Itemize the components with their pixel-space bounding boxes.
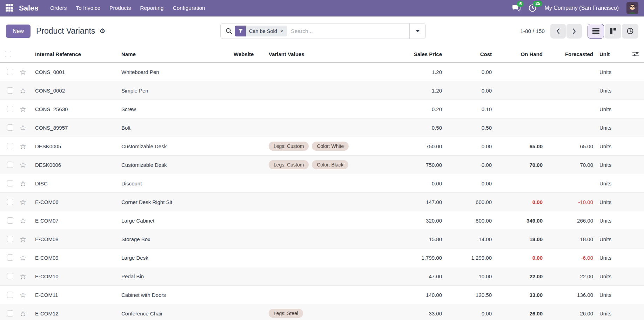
unit-cell: Units [595,69,628,75]
search-dropdown-toggle[interactable] [409,23,425,39]
table-row[interactable]: ☆ DESK0006 Customizable Desk Legs: Custo… [0,156,644,174]
messages-icon[interactable]: 6 [512,4,521,12]
table-row[interactable]: ☆ CONS_25630 Screw 0.20 0.10 Units [0,100,644,118]
app-name[interactable]: Sales [19,4,39,12]
sales-price-cell: 33.00 [402,311,444,316]
favorite-star-icon[interactable]: ☆ [20,273,26,280]
menu-reporting[interactable]: Reporting [135,5,168,11]
column-header-sales-price[interactable]: Sales Price [402,51,444,57]
unit-cell: Units [595,236,628,242]
menu-orders[interactable]: Orders [46,5,71,11]
table-row[interactable]: ☆ E-COM07 Large Cabinet 320.00 800.00 34… [0,211,644,230]
favorite-star-icon[interactable]: ☆ [20,236,26,243]
row-checkbox[interactable] [7,87,13,94]
row-checkbox[interactable] [7,180,13,186]
table-row[interactable]: ☆ E-COM12 Conference Chair Legs: Steel 3… [0,304,644,320]
menu-to-invoice[interactable]: To Invoice [71,5,105,11]
filter-remove-icon[interactable]: × [280,28,287,34]
column-header-website[interactable]: Website [229,51,264,57]
search-input[interactable] [287,28,409,34]
column-header-on-hand[interactable]: On Hand [494,51,545,57]
column-header-cost[interactable]: Cost [444,51,494,57]
table-row[interactable]: ☆ E-COM09 Large Desk 1,799.00 1,299.00 0… [0,248,644,267]
table-row[interactable]: ☆ E-COM08 Storage Box 15.80 14.00 18.00 … [0,230,644,248]
table-row[interactable]: ☆ DISC Discount 0.00 0.00 Units [0,174,644,193]
row-checkbox[interactable] [7,292,13,298]
user-avatar[interactable] [626,2,638,14]
table-row[interactable]: ☆ CONS_0001 Whiteboard Pen 1.20 0.00 Uni… [0,63,644,81]
column-header-unit[interactable]: Unit [595,51,628,57]
forecasted-cell: -10.00 [545,199,595,205]
menu-configuration[interactable]: Configuration [168,5,209,11]
cost-cell: 120.50 [444,292,494,298]
select-all-checkbox[interactable] [5,51,11,57]
list-view-button[interactable] [588,24,604,39]
variant-tag: Color: Black [312,160,348,169]
row-checkbox[interactable] [7,124,13,131]
table-row[interactable]: ☆ CONS_0002 Simple Pen 1.20 0.00 Units [0,81,644,100]
row-checkbox[interactable] [7,106,13,112]
row-checkbox[interactable] [7,199,13,205]
messages-badge: 6 [517,1,524,7]
column-header-internal-reference[interactable]: Internal Reference [31,51,117,57]
on-hand-cell: 22.00 [494,273,545,279]
favorite-star-icon[interactable]: ☆ [20,217,26,224]
new-button[interactable]: New [6,25,31,38]
activities-icon[interactable]: 25 [528,4,537,12]
sales-price-cell: 320.00 [402,218,444,224]
internal-reference-cell: CONS_0001 [31,69,117,75]
activity-view-button[interactable] [622,24,638,39]
row-checkbox[interactable] [7,162,13,168]
company-switcher[interactable]: My Company (San Francisco) [544,5,619,11]
pager-value[interactable]: 1-80 / 150 [520,28,545,34]
column-header-name[interactable]: Name [117,51,229,57]
optional-columns-toggle[interactable] [628,51,644,57]
row-checkbox[interactable] [7,310,13,316]
table-row[interactable]: ☆ E-COM10 Pedal Bin 47.00 10.00 22.00 22… [0,267,644,286]
favorite-star-icon[interactable]: ☆ [20,124,26,131]
column-header-forecasted[interactable]: Forecasted [545,51,595,57]
top-navbar: Sales Orders To Invoice Products Reporti… [0,0,644,16]
table-row[interactable]: ☆ E-COM06 Corner Desk Right Sit 147.00 6… [0,193,644,211]
table-row[interactable]: ☆ E-COM11 Cabinet with Doors 140.00 120.… [0,286,644,304]
favorite-star-icon[interactable]: ☆ [20,105,26,113]
view-settings-gear-icon[interactable]: ⚙ [99,27,105,35]
favorite-star-icon[interactable]: ☆ [20,254,26,261]
pager-next-button[interactable] [566,24,582,39]
sales-price-cell: 15.80 [402,236,444,242]
activities-badge: 25 [533,1,542,7]
row-checkbox[interactable] [7,254,13,261]
favorite-star-icon[interactable]: ☆ [20,180,26,187]
favorite-star-icon[interactable]: ☆ [20,198,26,206]
pager-previous-button[interactable] [550,24,566,39]
unit-cell: Units [595,292,628,298]
favorite-star-icon[interactable]: ☆ [20,143,26,150]
table-header-row: Internal Reference Name Website Variant … [0,46,644,63]
row-checkbox[interactable] [7,69,13,75]
row-checkbox[interactable] [7,217,13,224]
table-row[interactable]: ☆ DESK0005 Customizable Desk Legs: Custo… [0,137,644,156]
column-header-variant-values[interactable]: Variant Values [264,51,402,57]
favorite-star-icon[interactable]: ☆ [20,291,26,299]
variant-tags: Legs: CustomColor: White [264,142,402,151]
favorite-star-icon[interactable]: ☆ [20,310,26,317]
name-cell: Customizable Desk [117,162,229,168]
kanban-view-button[interactable] [605,24,621,39]
internal-reference-cell: E-COM10 [31,273,117,279]
internal-reference-cell: E-COM06 [31,199,117,205]
table-row[interactable]: ☆ CONS_89957 Bolt 0.50 0.50 Units [0,118,644,137]
chevron-left-icon [556,28,560,34]
row-checkbox[interactable] [7,143,13,149]
apps-grid-icon[interactable] [6,4,14,12]
sliders-icon [632,51,639,57]
favorite-star-icon[interactable]: ☆ [20,68,26,76]
filter-facet-can-be-sold[interactable]: Can be Sold × [235,26,287,36]
menu-products[interactable]: Products [105,5,135,11]
favorite-star-icon[interactable]: ☆ [20,87,26,94]
favorite-star-icon[interactable]: ☆ [20,161,26,169]
unit-cell: Units [595,255,628,261]
row-checkbox[interactable] [7,273,13,279]
row-checkbox[interactable] [7,236,13,242]
filter-funnel-icon [235,26,246,36]
forecasted-cell: 136.00 [545,292,595,298]
